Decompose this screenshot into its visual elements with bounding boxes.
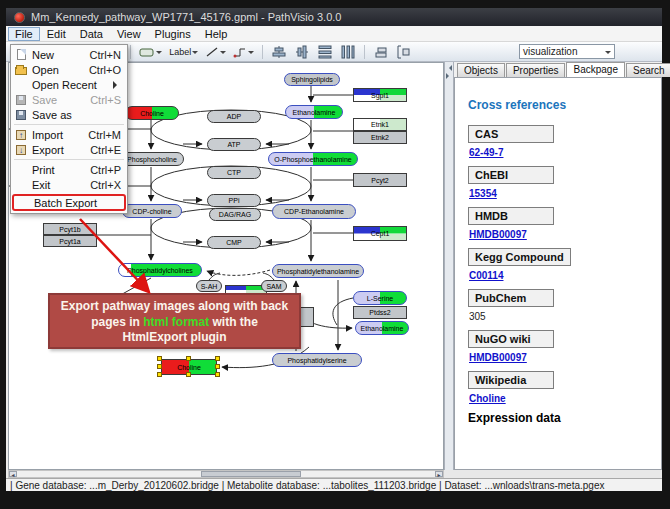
collapse-right-icon[interactable]	[446, 73, 452, 79]
new-file-icon	[17, 49, 26, 60]
node-l-serine[interactable]: L-Serine	[353, 291, 407, 305]
menu-item-save-as[interactable]: Save as	[12, 107, 126, 122]
node-phosphocholine[interactable]: Phosphocholine	[120, 152, 184, 166]
menu-bar: File Edit Data View Plugins Help	[6, 26, 662, 42]
visualization-combobox[interactable]: visualization	[519, 44, 615, 59]
menu-item-export[interactable]: ↓ ExportCtrl+E	[12, 142, 126, 157]
datanode-tool-button[interactable]	[137, 45, 164, 59]
node-pcyt2[interactable]: Pcyt2	[353, 173, 407, 187]
node-phosphatidylcholines[interactable]: Phosphatidylcholines	[118, 263, 202, 277]
distribute-vertical-button[interactable]	[315, 44, 335, 60]
xref-section: PubChem 305	[468, 288, 661, 322]
node-phosphatidylethanolamine[interactable]: Phosphatidylethanolamine	[272, 264, 364, 278]
xref-header-chebi: ChEBI	[468, 166, 554, 184]
connector-tool-button[interactable]	[231, 45, 256, 59]
gene-box-icon	[139, 46, 155, 58]
selection-handle[interactable]	[157, 364, 162, 369]
menu-separator	[14, 159, 124, 160]
selection-handle[interactable]	[186, 372, 191, 377]
xref-link-hmdb[interactable]: HMDB00097	[469, 229, 661, 240]
menu-item-batch-export[interactable]: Batch Export	[12, 194, 126, 211]
menu-item-open[interactable]: OpenCtrl+O	[12, 62, 126, 77]
xref-link-chebi[interactable]: 15354	[469, 188, 661, 199]
group-button[interactable]	[394, 44, 414, 60]
distribute-horizontal-button[interactable]	[338, 44, 358, 60]
scroll-left-icon[interactable]: ◄	[9, 471, 17, 477]
app-icon	[14, 12, 25, 23]
align-center-button[interactable]	[269, 44, 289, 60]
node-sam[interactable]: SAM	[261, 280, 287, 292]
node-pcyt1a[interactable]: Pcyt1a	[43, 235, 97, 247]
xref-link-wikipedia[interactable]: Choline	[469, 393, 661, 404]
xref-link-kegg[interactable]: C00114	[469, 270, 661, 281]
xref-link-cas[interactable]: 62-49-7	[469, 147, 661, 158]
node-cept1[interactable]: Cept1	[353, 226, 407, 241]
node-cmp[interactable]: CMP	[207, 236, 261, 249]
node-phosphatidylserine[interactable]: Phosphatidylserine	[272, 353, 362, 367]
node-sah[interactable]: S-AH	[196, 280, 222, 292]
node-ptdss2[interactable]: Ptdss2	[353, 306, 407, 319]
label-tool-button[interactable]: Label	[167, 46, 200, 58]
xref-header-kegg: Kegg Compound	[468, 248, 571, 266]
node-sgpl1[interactable]: Sgpl1	[353, 88, 407, 102]
panel-tabs: Objects Properties Backpage Search Legen…	[454, 62, 662, 77]
node-ethanolamine-2[interactable]: Ethanolamine	[355, 321, 409, 335]
node-ppi[interactable]: PPi	[207, 194, 261, 207]
menu-item-new[interactable]: NewCtrl+N	[12, 47, 126, 62]
submenu-arrow-icon	[113, 81, 121, 89]
line-tool-button[interactable]	[203, 45, 228, 59]
align-middle-button[interactable]	[292, 44, 312, 60]
node-pcyt1b[interactable]: Pcyt1b	[43, 223, 97, 235]
menu-help[interactable]: Help	[198, 27, 235, 41]
node-cdp-ethanolamine[interactable]: CDP-Ethanolamine	[272, 204, 356, 219]
xref-link-nugo[interactable]: HMDB00097	[469, 352, 661, 363]
node-adp[interactable]: ADP	[207, 110, 261, 123]
node-o-phosphoethanolamine[interactable]: O-Phosphoethanolamine	[268, 152, 358, 166]
scroll-thumb[interactable]	[201, 471, 301, 477]
node-etnk1[interactable]: Etnk1	[353, 118, 407, 131]
menu-item-print[interactable]: PrintCtrl+P	[12, 162, 126, 177]
tab-search[interactable]: Search	[626, 63, 670, 77]
selection-handle[interactable]	[215, 372, 220, 377]
save-icon	[16, 95, 26, 105]
menu-plugins[interactable]: Plugins	[148, 27, 198, 41]
selection-handle[interactable]	[215, 356, 220, 361]
highlighted-text: html format	[143, 315, 209, 329]
tab-properties[interactable]: Properties	[506, 63, 566, 77]
xref-section: HMDB HMDB00097	[468, 206, 661, 240]
horizontal-scrollbar[interactable]: ◄ ►	[8, 470, 444, 478]
menu-item-save[interactable]: SaveCtrl+S	[12, 92, 126, 107]
cross-references-heading: Cross references	[468, 98, 661, 112]
panel-splitter[interactable]	[444, 62, 454, 470]
menu-item-import[interactable]: ↑ ImportCtrl+M	[12, 127, 126, 142]
menu-view[interactable]: View	[110, 27, 148, 41]
stack-button[interactable]	[371, 44, 391, 60]
menu-file[interactable]: File	[8, 27, 40, 41]
tab-backpage[interactable]: Backpage	[566, 62, 624, 77]
app-window: Mm_Kennedy_pathway_WP1771_45176.gpml - P…	[6, 8, 662, 491]
chevron-down-icon	[220, 51, 226, 57]
tab-objects[interactable]: Objects	[457, 63, 505, 77]
selection-handle[interactable]	[186, 356, 191, 361]
menu-data[interactable]: Data	[73, 27, 110, 41]
menu-item-exit[interactable]: ExitCtrl+X	[12, 177, 126, 192]
chevron-down-icon	[192, 51, 198, 57]
selection-handle[interactable]	[215, 364, 220, 369]
node-ethanolamine[interactable]: Ethanolamine	[285, 105, 343, 119]
backpage-content: Cross references CAS 62-49-7 ChEBI 15354…	[454, 77, 662, 470]
node-etnk2[interactable]: Etnk2	[353, 131, 407, 144]
node-choline[interactable]: Choline	[125, 106, 179, 120]
menu-item-open-recent[interactable]: Open Recent	[12, 77, 126, 92]
selection-handle[interactable]	[157, 356, 162, 361]
selection-handle[interactable]	[157, 372, 162, 377]
node-dag[interactable]: DAG/RAG	[209, 208, 261, 221]
file-menu-popup: NewCtrl+N OpenCtrl+O Open Recent SaveCtr…	[10, 44, 128, 214]
collapse-left-icon[interactable]	[446, 65, 452, 71]
node-ctp[interactable]: CTP	[207, 166, 261, 179]
menu-edit[interactable]: Edit	[40, 27, 73, 41]
node-cdp-choline[interactable]: CDP-choline	[122, 204, 182, 218]
node-atp[interactable]: ATP	[207, 138, 261, 151]
scroll-right-icon[interactable]: ►	[435, 471, 443, 477]
menu-separator	[14, 124, 124, 125]
node-sphingolipids[interactable]: Sphingolipids	[284, 73, 340, 86]
